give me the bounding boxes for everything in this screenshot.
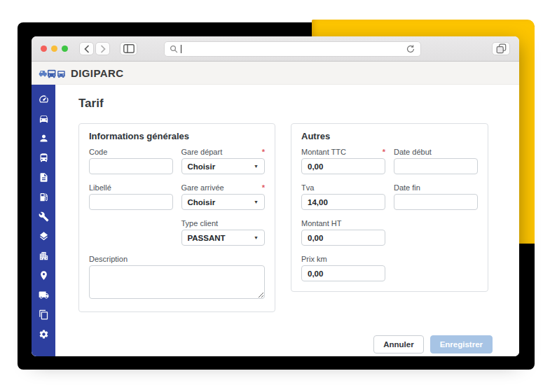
zoom-window-button[interactable] [62, 46, 68, 52]
field-prix-km: Prix km [301, 255, 385, 281]
sidebar-item-agencies[interactable] [32, 246, 55, 265]
text-cursor [181, 45, 181, 53]
date-debut-input[interactable] [394, 158, 478, 174]
date-fin-label: Date fin [394, 183, 420, 192]
sidebar-item-dashboard[interactable] [32, 89, 55, 108]
code-label: Code [89, 148, 107, 156]
truck-icon [39, 290, 49, 300]
panel-title: Autres [301, 131, 478, 141]
vehicles-logo-icon [39, 68, 67, 78]
chevron-left-icon [83, 45, 90, 53]
field-libelle: Libellé [89, 183, 173, 210]
form-actions: Annuler Enregistrer [78, 335, 493, 354]
required-marker: * [262, 183, 265, 192]
required-marker: * [383, 148, 385, 156]
libelle-input[interactable] [89, 194, 173, 210]
tva-label: Tva [301, 183, 314, 192]
save-button[interactable]: Enregistrer [430, 335, 493, 354]
chevron-down-icon: ▼ [254, 164, 259, 169]
sidebar-item-maintenance[interactable] [32, 206, 55, 226]
field-tva: Tva [301, 183, 385, 210]
sidebar-nav [32, 85, 55, 356]
chevron-down-icon: ▼ [254, 235, 259, 240]
copy-documents-icon [39, 309, 49, 320]
gare-arrivee-label: Gare arrivée [181, 183, 224, 192]
sidebar-item-vehicles[interactable] [32, 108, 55, 128]
close-window-button[interactable] [41, 46, 47, 52]
page-title: Tarif [78, 97, 493, 111]
window-controls [41, 46, 68, 52]
tva-input[interactable] [301, 194, 385, 210]
tab-overview-button[interactable] [492, 42, 510, 55]
panel-informations-generales: Informations générales Code Gare départ*… [78, 123, 275, 312]
sidebar-item-trucks[interactable] [32, 285, 55, 304]
field-date-debut: Date début [394, 148, 478, 174]
type-client-label: Type client [181, 219, 219, 227]
gare-depart-label: Gare départ [181, 148, 223, 156]
field-code: Code [89, 148, 173, 174]
forward-button[interactable] [95, 42, 110, 55]
main-content: Tarif Informations générales Code Gare d… [55, 85, 519, 356]
field-description: Description [89, 255, 265, 302]
app-body: Tarif Informations générales Code Gare d… [32, 85, 519, 356]
user-icon [39, 133, 49, 144]
description-textarea[interactable] [89, 265, 265, 299]
prix-km-input[interactable] [301, 265, 385, 281]
field-date-fin: Date fin [394, 183, 478, 210]
type-client-select[interactable]: PASSANT▼ [181, 230, 266, 246]
panel-title: Informations générales [89, 131, 265, 141]
search-icon [170, 45, 178, 53]
libelle-label: Libellé [89, 183, 111, 192]
wrench-icon [39, 211, 49, 222]
form-panels: Informations générales Code Gare départ*… [78, 123, 493, 312]
montant-ht-label: Montant HT [301, 219, 341, 227]
panel-autres: Autres Montant TTC* Date début Tva [291, 123, 488, 292]
app-header: DIGIPARC [32, 62, 519, 85]
fuel-pump-icon [39, 192, 49, 202]
description-label: Description [89, 255, 128, 263]
required-marker: * [262, 148, 265, 156]
field-gare-arrivee: Gare arrivée* Choisir▼ [181, 183, 266, 210]
back-button[interactable] [79, 42, 94, 55]
dashboard-icon [39, 94, 49, 104]
address-search-field[interactable] [164, 41, 421, 57]
gear-icon [39, 329, 49, 340]
date-fin-input[interactable] [394, 194, 478, 210]
montant-ttc-label: Montant TTC [301, 148, 346, 156]
car-icon [39, 113, 49, 124]
field-type-client: Type client PASSANT▼ [181, 219, 266, 246]
code-input[interactable] [89, 158, 173, 174]
sidebar-item-documents[interactable] [32, 167, 55, 187]
chevron-right-icon [99, 45, 106, 53]
field-montant-ht: Montant HT [301, 219, 385, 246]
brand-name: DIGIPARC [71, 67, 123, 79]
building-icon [39, 251, 49, 261]
sidebar-item-files[interactable] [32, 304, 55, 324]
grid-spacer [394, 219, 478, 246]
field-gare-depart: Gare départ* Choisir▼ [181, 148, 266, 174]
montant-ttc-input[interactable] [301, 158, 385, 174]
montant-ht-input[interactable] [301, 230, 385, 246]
sidebar-item-map[interactable] [32, 265, 55, 285]
prix-km-label: Prix km [301, 255, 327, 263]
gare-arrivee-select[interactable]: Choisir▼ [181, 194, 266, 210]
gare-depart-select[interactable]: Choisir▼ [181, 158, 266, 174]
refresh-icon[interactable] [406, 44, 415, 54]
tabs-icon [496, 43, 507, 54]
sidebar-panel-icon [123, 44, 135, 53]
sidebar-toggle-button[interactable] [120, 42, 137, 55]
sidebar-item-drivers[interactable] [32, 148, 55, 167]
bus-driver-icon [39, 153, 49, 163]
document-icon [39, 172, 49, 183]
field-montant-ttc: Montant TTC* [301, 148, 385, 174]
sidebar-item-settings[interactable] [32, 324, 55, 344]
cancel-button[interactable]: Annuler [373, 335, 423, 354]
minimize-window-button[interactable] [51, 46, 57, 52]
sidebar-item-layers[interactable] [32, 226, 55, 246]
sidebar-item-fuel[interactable] [32, 187, 55, 206]
sidebar-item-users[interactable] [32, 128, 55, 148]
grid-spacer [89, 219, 173, 246]
chevron-down-icon: ▼ [254, 200, 259, 204]
brand-logo[interactable]: DIGIPARC [39, 67, 123, 79]
nav-buttons [79, 42, 110, 55]
